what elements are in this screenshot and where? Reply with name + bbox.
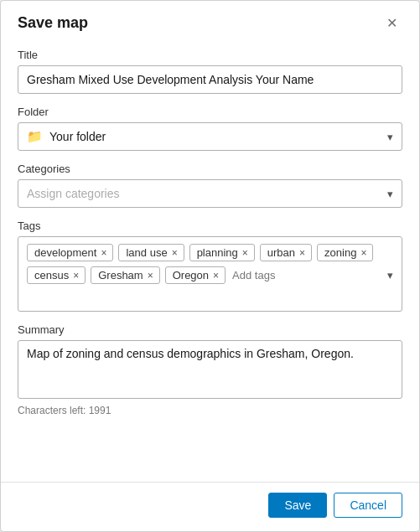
tag-close-button[interactable]: × [360, 248, 367, 258]
tag-label: land use [126, 246, 167, 259]
tag-close-button[interactable]: × [212, 271, 220, 281]
tag-close-button[interactable]: × [72, 271, 80, 281]
tag-close-button[interactable]: × [298, 248, 306, 258]
tags-field-group: Tags development×land use×planning×urban… [18, 220, 402, 312]
close-button[interactable]: ✕ [381, 15, 402, 32]
tag-close-button[interactable]: × [171, 248, 179, 258]
folder-value: Your folder [49, 130, 106, 143]
save-button[interactable]: Save [268, 493, 327, 518]
tag-item: planning× [189, 244, 255, 261]
folder-chevron-icon: ▾ [387, 131, 393, 143]
tag-item: Gresham× [91, 266, 159, 284]
title-label: Title [18, 49, 402, 61]
categories-label: Categories [18, 163, 402, 175]
dialog-title: Save map [18, 14, 88, 32]
tags-label: Tags [18, 220, 402, 232]
char-count: Characters left: 1991 [18, 405, 402, 416]
tag-label: Gresham [98, 269, 143, 281]
summary-textarea[interactable] [18, 340, 402, 399]
title-field-group: Title [18, 49, 402, 94]
folder-row: 📁 Your folder [27, 129, 106, 144]
folder-select[interactable]: 📁 Your folder ▾ [18, 122, 402, 151]
categories-field-group: Categories Assign categories ▾ [18, 163, 402, 208]
tag-close-button[interactable]: × [100, 248, 107, 258]
folder-label: Folder [18, 106, 402, 118]
folder-field-group: Folder 📁 Your folder ▾ [18, 106, 402, 151]
tag-item: Oregon× [165, 266, 226, 284]
tag-item: urban× [260, 244, 312, 261]
tag-item: zoning× [317, 244, 373, 261]
tag-close-button[interactable]: × [241, 248, 249, 258]
cancel-button[interactable]: Cancel [334, 493, 402, 518]
tag-close-button[interactable]: × [147, 271, 154, 281]
dialog-header: Save map ✕ [1, 1, 419, 42]
tags-container[interactable]: development×land use×planning×urban×zoni… [18, 236, 402, 312]
tag-item: census× [27, 266, 86, 284]
tag-label: urban [267, 246, 295, 259]
folder-icon: 📁 [27, 129, 43, 144]
summary-textarea-wrap [18, 340, 402, 401]
categories-select[interactable]: Assign categories ▾ [18, 179, 402, 208]
tags-chevron-icon: ▾ [387, 269, 393, 281]
tag-label: development [34, 246, 96, 259]
tag-label: census [34, 269, 69, 281]
dialog-body: Title Folder 📁 Your folder ▾ Categories … [1, 42, 419, 482]
tag-item: land use× [118, 244, 184, 261]
tag-item: development× [27, 244, 113, 261]
tag-label: Oregon [173, 269, 209, 281]
tag-label: planning [197, 246, 238, 259]
categories-placeholder: Assign categories [27, 187, 120, 200]
add-tags-input[interactable] [231, 267, 375, 283]
save-map-dialog: Save map ✕ Title Folder 📁 Your folder ▾ … [0, 0, 420, 532]
summary-field-group: Summary Characters left: 1991 [18, 323, 402, 416]
dialog-footer: Save Cancel [1, 482, 419, 531]
categories-chevron-icon: ▾ [387, 188, 393, 200]
tag-label: zoning [324, 246, 356, 259]
title-input[interactable] [18, 65, 402, 94]
summary-label: Summary [18, 323, 402, 336]
